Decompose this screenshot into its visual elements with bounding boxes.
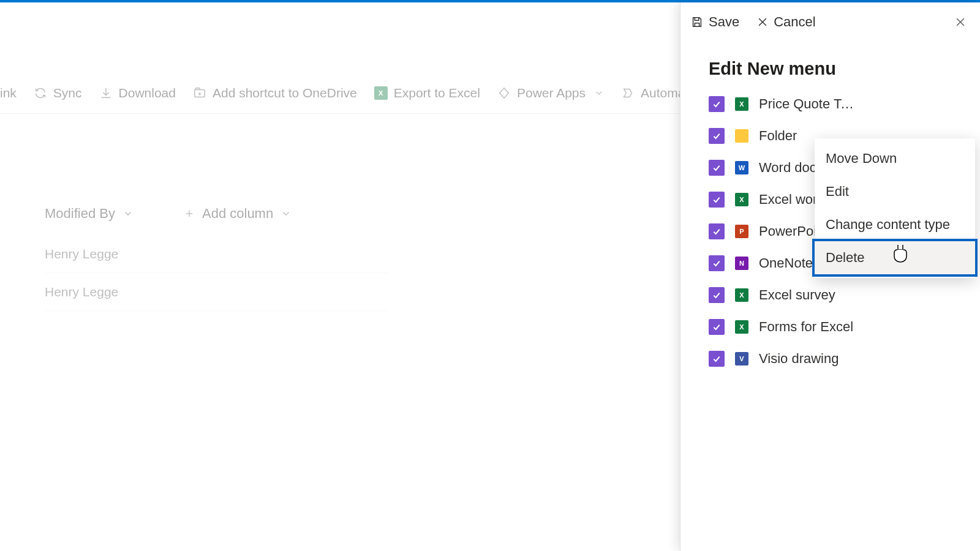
context-menu-item-change-content-type[interactable]: Change content type [815, 208, 975, 241]
menu-item[interactable]: X Excel survey [709, 285, 980, 305]
excel-icon: X [734, 288, 749, 302]
checkbox-checked[interactable] [709, 160, 725, 176]
checkbox-checked[interactable] [709, 223, 725, 239]
context-menu-item-label: Change content type [826, 217, 950, 233]
context-menu-item-delete[interactable]: Delete [815, 241, 975, 274]
powerpoint-icon: P [734, 224, 749, 239]
close-icon [756, 16, 769, 28]
menu-item-label: Forms for Excel [759, 319, 853, 335]
checkbox-checked[interactable] [709, 96, 725, 112]
menu-item-label: Price Quote Templa… [759, 96, 857, 112]
edit-new-menu-panel: Save Cancel Edit New menu X Price Quote … [680, 2, 980, 551]
onenote-icon: N [734, 256, 749, 271]
context-menu-item-move-down[interactable]: Move Down [815, 142, 975, 175]
cancel-button[interactable]: Cancel [756, 14, 815, 30]
menu-item[interactable]: X Forms for Excel [709, 317, 980, 337]
menu-item[interactable]: X Price Quote Templa… [709, 94, 980, 114]
checkbox-checked[interactable] [709, 192, 725, 208]
checkbox-checked[interactable] [709, 319, 725, 335]
excel-icon: X [734, 320, 749, 334]
context-menu-item-label: Edit [826, 184, 849, 200]
excel-icon: X [734, 97, 749, 111]
content-dim-overlay [0, 2, 686, 551]
menu-item-label: Folder [759, 128, 797, 144]
folder-icon [734, 129, 749, 143]
save-label: Save [709, 14, 739, 30]
panel-title: Edit New menu [680, 42, 980, 94]
checkbox-checked[interactable] [709, 128, 725, 144]
context-menu-item-label: Move Down [826, 151, 897, 167]
checkbox-checked[interactable] [709, 287, 725, 303]
context-menu: Move Down Edit Change content type Delet… [815, 138, 975, 278]
excel-icon: X [734, 192, 749, 207]
menu-item[interactable]: V Visio drawing [709, 348, 980, 369]
save-button[interactable]: Save [690, 14, 739, 30]
context-menu-item-edit[interactable]: Edit [815, 175, 975, 208]
visio-icon: V [734, 351, 749, 366]
checkbox-checked[interactable] [709, 351, 725, 367]
menu-item-label: Visio drawing [759, 351, 839, 367]
panel-header: Save Cancel [680, 2, 980, 42]
cancel-label: Cancel [774, 14, 815, 30]
checkbox-checked[interactable] [709, 255, 725, 271]
context-menu-item-label: Delete [826, 250, 865, 266]
panel-close-button[interactable] [954, 16, 967, 28]
save-icon [690, 15, 704, 29]
menu-item-label: Excel survey [759, 287, 835, 303]
word-icon: W [734, 160, 749, 175]
